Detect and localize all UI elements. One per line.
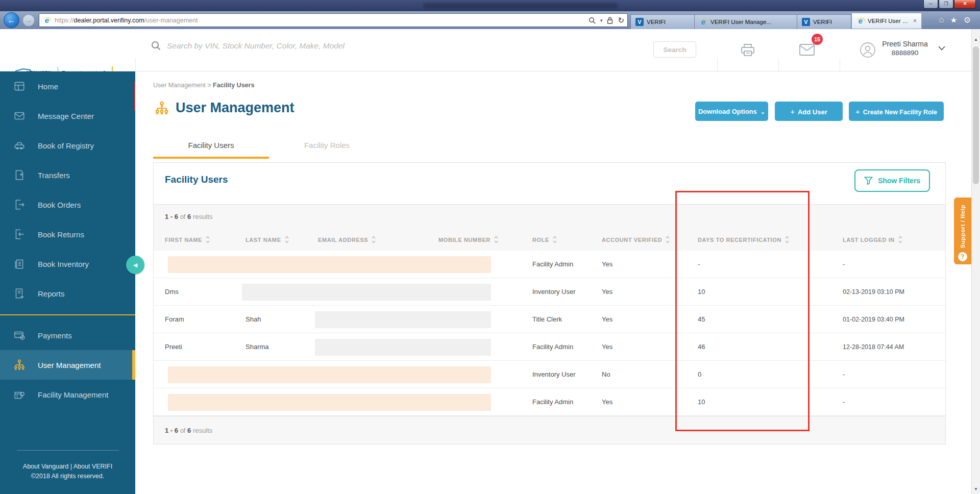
sort-icon[interactable] <box>898 236 902 243</box>
unread-messages-badge: 15 <box>812 34 823 45</box>
filter-funnel-icon <box>864 177 873 185</box>
breadcrumb[interactable]: User Management > Facility Users <box>153 82 254 89</box>
window-close-button[interactable]: ✕ <box>954 0 976 9</box>
tab-facility-users[interactable]: Facility Users <box>153 141 269 159</box>
sidebar-item-book-returns[interactable]: Book Returns <box>0 219 135 249</box>
cell-role: Facility Admin <box>521 333 591 360</box>
sort-icon[interactable] <box>785 236 789 243</box>
scroll-down-icon[interactable]: ▼ <box>972 485 980 494</box>
add-user-button[interactable]: +Add User <box>775 102 843 121</box>
scrollbar-thumb[interactable] <box>973 46 979 184</box>
verifi-favicon: V <box>635 18 644 26</box>
sidebar-item-book-inventory[interactable]: Book Inventory <box>0 249 135 279</box>
column-header-email[interactable]: EMAIL ADDRESS <box>307 229 427 251</box>
sidebar-item-transfers[interactable]: Transfers <box>0 160 135 190</box>
user-menu[interactable]: Preeti Sharma 8888890 <box>877 40 933 57</box>
column-header-last-logged-in[interactable]: LAST LOGGED IN <box>831 229 945 251</box>
sidebar-item-user-management[interactable]: User Management <box>0 350 135 380</box>
search-button[interactable]: Search <box>653 41 696 58</box>
ie-page-icon: e <box>42 16 52 24</box>
sidebar-footer-links[interactable]: About Vanguard | About VERIFI <box>0 462 135 472</box>
sidebar-item-message-center[interactable]: Message Center <box>0 101 135 131</box>
cell-days: 10 <box>687 278 831 305</box>
avatar-icon[interactable] <box>860 42 876 58</box>
window-minimize-button[interactable]: ─ <box>923 0 938 9</box>
sidebar-item-label: Home <box>38 82 58 91</box>
table-row[interactable]: Facility Admin Yes 10 - <box>154 388 945 416</box>
sidebar-footer-divider <box>17 450 119 451</box>
sidebar-collapse-button[interactable]: ◀ <box>126 256 144 274</box>
star-favorites-icon[interactable]: ★ <box>950 15 957 25</box>
sidebar-item-book-of-registry[interactable]: Book of Registry <box>0 131 135 160</box>
create-facility-role-button[interactable]: +Create New Facility Role <box>849 102 944 121</box>
book-out-icon <box>13 199 26 211</box>
refresh-icon[interactable]: ↻ <box>618 16 624 25</box>
table-row[interactable]: ForamShah Title Clerk Yes 45 01-02-2019 … <box>154 306 945 333</box>
forward-button[interactable]: → <box>22 14 35 27</box>
tab-close-icon[interactable]: × <box>913 17 917 24</box>
sort-icon[interactable] <box>553 236 557 243</box>
cell-last-logged-in: 02-13-2019 03:10 PM <box>831 278 945 305</box>
org-chart-icon <box>153 101 170 116</box>
plus-icon: + <box>855 107 860 116</box>
download-options-button[interactable]: Download Options⌄ <box>695 102 768 121</box>
gear-settings-icon[interactable]: ⚙ <box>964 15 971 25</box>
redacted-name-block <box>168 366 491 383</box>
sidebar-item-reports[interactable]: Reports <box>0 279 135 308</box>
home-icon[interactable]: ⌂ <box>939 15 944 25</box>
browser-tab-4-active[interactable]: e VERIFI User Mana... × <box>851 13 922 29</box>
chevron-down-icon[interactable] <box>938 46 945 51</box>
sidebar-item-label: Reports <box>38 289 65 298</box>
messages-envelope-icon[interactable] <box>799 43 815 56</box>
sidebar-item-payments[interactable]: Payments <box>0 320 135 350</box>
window-restore-button[interactable]: ❐ <box>939 0 953 9</box>
table-row[interactable]: Facility Admin Yes - - <box>154 251 945 278</box>
browser-tab-1[interactable]: V VERIFI <box>630 14 695 29</box>
scroll-up-icon[interactable]: ▲ <box>972 35 980 44</box>
table-row[interactable]: Dms Inventory User Yes 10 02-13-2019 03:… <box>154 278 945 306</box>
column-header-role[interactable]: ROLE <box>521 229 591 251</box>
sort-icon[interactable] <box>666 236 670 243</box>
sort-icon[interactable] <box>285 236 289 243</box>
table-row[interactable]: Inventory User No 0 - <box>154 361 945 388</box>
search-icon[interactable] <box>589 17 596 24</box>
support-help-label: Support / Help <box>960 205 966 249</box>
cell-first-name: Preeti <box>154 333 234 360</box>
sort-icon[interactable] <box>372 236 376 243</box>
address-bar[interactable]: e https://dealer.portal.verifiny.com/use… <box>39 13 628 27</box>
cell-role: Inventory User <box>521 278 591 305</box>
column-header-first-name[interactable]: FIRST NAME <box>154 229 234 251</box>
cell-role: Inventory User <box>521 361 591 388</box>
browser-tab-3[interactable]: V VERIFI <box>797 14 851 29</box>
sidebar-item-book-orders[interactable]: Book Orders <box>0 190 135 219</box>
cell-role: Facility Admin <box>521 251 591 278</box>
redacted-contact-block <box>242 284 491 301</box>
facility-users-card: Facility Users Show Filters 1 - 6 of 6 r… <box>153 162 946 444</box>
column-header-last-name[interactable]: LAST NAME <box>234 229 307 251</box>
column-header-mobile[interactable]: MOBILE NUMBER <box>427 229 521 251</box>
page-scrollbar[interactable]: ▲ ▼ <box>971 29 980 494</box>
column-header-days-to-recertification[interactable]: DAYS TO RECERTIFICATION <box>687 229 831 251</box>
sort-icon[interactable] <box>206 236 210 243</box>
cell-verified: Yes <box>591 278 687 305</box>
table-row[interactable]: PreetiSharma Facility Admin Yes 46 12-28… <box>154 333 945 361</box>
printer-icon[interactable] <box>740 43 755 57</box>
sort-icon[interactable] <box>494 236 498 243</box>
sidebar-item-facility-management[interactable]: Facility Management <box>0 380 135 409</box>
sidebar-item-label: Book of Registry <box>38 141 94 150</box>
vehicle-search-input[interactable] <box>167 41 606 51</box>
sidebar-item-home[interactable]: Home <box>0 71 135 101</box>
support-help-tab[interactable]: Support / Help ? <box>954 197 971 264</box>
show-filters-button[interactable]: Show Filters <box>854 169 930 192</box>
card-title: Facility Users <box>165 174 228 185</box>
page-tabs: Facility Users Facility Roles <box>153 141 385 159</box>
tab-facility-roles[interactable]: Facility Roles <box>269 141 385 159</box>
back-button[interactable]: ← <box>4 12 19 28</box>
column-header-account-verified[interactable]: ACCOUNT VERIFIED <box>591 229 687 251</box>
url-text[interactable]: https://dealer.portal.verifiny.com/user-… <box>55 17 589 24</box>
sidebar-item-label: Payments <box>38 331 72 340</box>
browser-tab-2[interactable]: e VERIFI User Manage... <box>695 14 797 29</box>
cell-last-logged-in: 12-28-2018 07:44 AM <box>831 333 945 360</box>
search-dropdown-icon[interactable]: ▾ <box>600 18 603 23</box>
user-name: Preeti Sharma <box>877 40 933 48</box>
